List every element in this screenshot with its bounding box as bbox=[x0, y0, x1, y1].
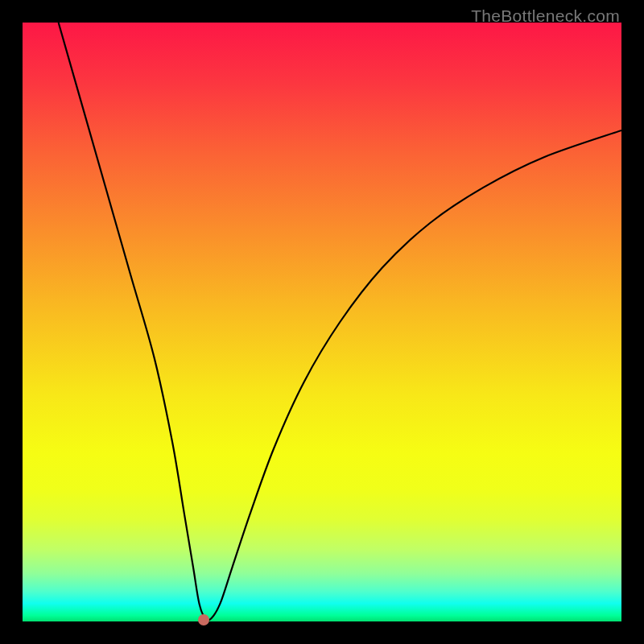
optimal-point-marker bbox=[198, 614, 209, 625]
chart-plot-area bbox=[23, 23, 621, 621]
bottleneck-curve bbox=[23, 23, 621, 621]
watermark-text: TheBottleneck.com bbox=[471, 6, 620, 26]
